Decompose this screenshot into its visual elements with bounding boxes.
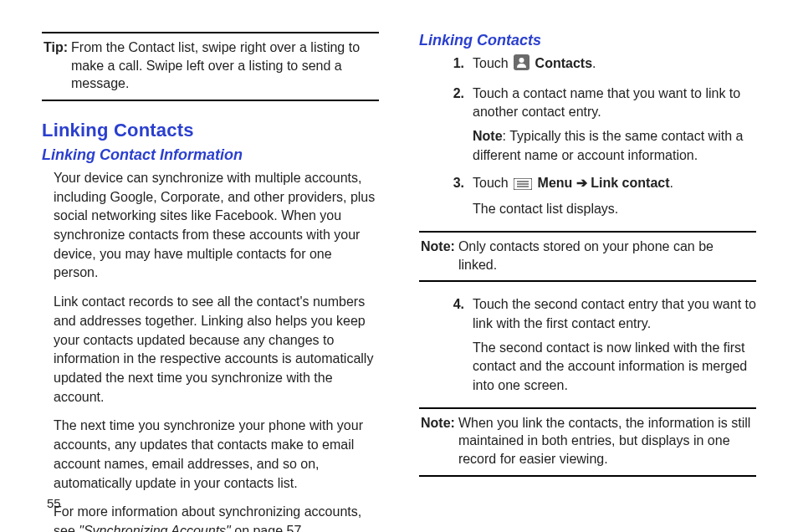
manual-page: Tip: From the Contact list, swipe right … — [0, 0, 798, 532]
step-number: 3. — [442, 174, 464, 219]
step-text: Touch the second contact entry that you … — [473, 295, 756, 333]
text: . — [592, 56, 596, 70]
note-label: Note: — [421, 238, 455, 274]
text: . — [670, 176, 673, 190]
text: Touch — [473, 56, 512, 70]
paragraph: Link contact records to see all the cont… — [54, 293, 379, 407]
subheading-linking-contact-info: Linking Contact Information — [42, 146, 379, 164]
menu-label: Menu — [538, 176, 573, 190]
left-column: Tip: From the Contact list, swipe right … — [42, 32, 379, 532]
steps-list-cont: 4. Touch the second contact entry that y… — [442, 295, 756, 396]
step-text: The contact list displays. — [473, 200, 756, 219]
step-note: Note: Typically this is the same contact… — [473, 127, 756, 165]
steps-list: 1. Touch Contacts. 2. Touch a contact na… — [442, 54, 756, 219]
text: on page 57. — [231, 524, 305, 532]
note-text: : Typically this is the same contact wit… — [473, 129, 743, 162]
link-contact-label: Link contact — [591, 176, 669, 190]
step-1: 1. Touch Contacts. — [442, 54, 756, 76]
tip-label: Tip: — [43, 38, 68, 93]
note-block-2: Note: When you link the contacts, the in… — [419, 407, 756, 477]
paragraph: Your device can synchronize with multipl… — [54, 169, 379, 283]
arrow-icon: ➔ — [572, 176, 591, 190]
paragraph-xref: For more information about synchronizing… — [54, 503, 379, 532]
note-label: Note: — [421, 414, 455, 468]
step-number: 2. — [442, 84, 464, 166]
left-body: Your device can synchronize with multipl… — [54, 169, 379, 532]
text: Touch — [473, 176, 512, 190]
contacts-icon — [514, 54, 529, 76]
step-text: Touch a contact name that you want to li… — [473, 84, 756, 122]
step-number: 1. — [442, 54, 464, 76]
step-3: 3. Touch Menu ➔ Link contact. The contac… — [442, 174, 756, 219]
step-2: 2. Touch a contact name that you want to… — [442, 84, 756, 166]
paragraph: The next time you synchronize your phone… — [54, 417, 379, 493]
contacts-label: Contacts — [535, 56, 592, 70]
page-number: 55 — [47, 496, 61, 510]
menu-icon — [514, 176, 532, 196]
right-column: Linking Contacts 1. Touch Contacts. 2. T… — [419, 32, 756, 532]
note-block-1: Note: Only contacts stored on your phone… — [419, 231, 756, 282]
note-text: Only contacts stored on your phone can b… — [458, 238, 755, 274]
cross-reference: "Synchronizing Accounts" — [79, 524, 231, 532]
step-text: The second contact is now linked with th… — [473, 339, 756, 396]
svg-point-1 — [519, 58, 524, 63]
tip-block: Tip: From the Contact list, swipe right … — [42, 32, 379, 101]
step-number: 4. — [442, 295, 464, 396]
subheading-linking-contacts: Linking Contacts — [419, 32, 756, 49]
heading-linking-contacts: Linking Contacts — [42, 120, 379, 141]
note-text: When you link the contacts, the informat… — [458, 414, 755, 468]
step-4: 4. Touch the second contact entry that y… — [442, 295, 756, 396]
note-label: Note — [473, 129, 503, 143]
tip-text: From the Contact list, swipe right over … — [71, 38, 377, 93]
